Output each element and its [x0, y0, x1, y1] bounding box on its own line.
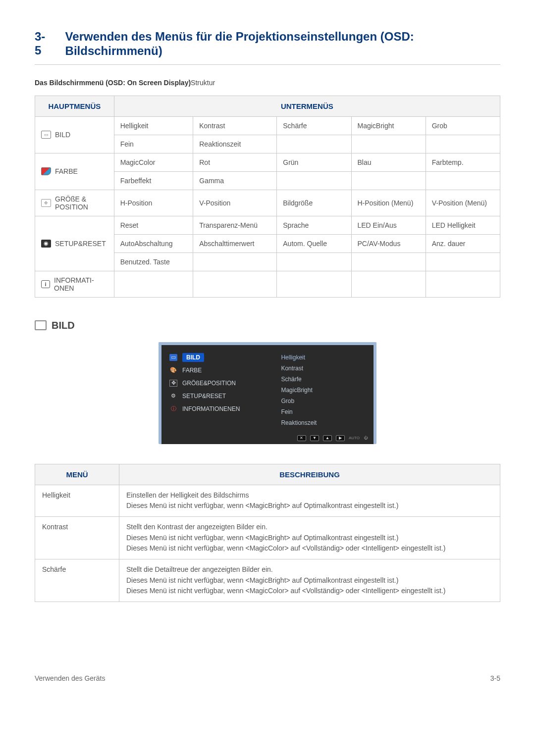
- cell: [426, 271, 500, 297]
- main-label: GRÖßE & POSITION: [55, 195, 108, 211]
- info-icon: i: [41, 280, 50, 288]
- cell: [426, 171, 500, 190]
- cell: [277, 252, 351, 271]
- menu-schaerfe: Schärfe: [35, 559, 119, 602]
- cell: Grob: [426, 116, 500, 135]
- osd-gear-icon: ⚙: [169, 393, 177, 400]
- footer-right: 3-5: [490, 674, 500, 682]
- desc-kontrast: Stellt den Kontrast der angezeigten Bild…: [119, 516, 500, 559]
- cell: MagicColor: [114, 153, 193, 171]
- bild-heading-text: BILD: [52, 320, 75, 331]
- cell: [351, 171, 426, 190]
- cell: [351, 135, 426, 153]
- cell: Sprache: [277, 216, 351, 234]
- cell: Reaktionszeit: [193, 135, 277, 153]
- th-main: HAUPTMENÜS: [35, 96, 114, 116]
- cell: PC/AV-Modus: [351, 234, 426, 252]
- desc-line: Dieses Menü ist nicht verfügbar, wenn <M…: [126, 575, 493, 586]
- osd-item-size: GRÖßE&POSITION: [182, 380, 236, 387]
- menu-kontrast: Kontrast: [35, 516, 119, 559]
- main-label: FARBE: [55, 167, 108, 175]
- cell: Anz. dauer: [426, 234, 500, 252]
- osd-right-pane: Helligkeit Kontrast Schärfe MagicBright …: [278, 345, 374, 444]
- cell: [426, 252, 500, 271]
- main-label: SETUP&RESET: [55, 240, 108, 248]
- cell: Transparenz-Menü: [193, 216, 277, 234]
- desc-line: Dieses Menü ist nicht verfügbar, wenn <M…: [126, 543, 493, 554]
- osd-farbe-icon: 🎨: [169, 367, 177, 374]
- cell: Schärfe: [277, 116, 351, 135]
- cell: LED Ein/Aus: [351, 216, 426, 234]
- cell: AutoAbschaltung: [114, 234, 193, 252]
- cell: [277, 135, 351, 153]
- main-label: INFORMATI-ONEN: [54, 276, 108, 292]
- footer-left: Verwenden des Geräts: [35, 674, 105, 682]
- structure-caption-rest: Struktur: [191, 79, 215, 87]
- page-footer: Verwenden des Geräts 3-5: [35, 671, 500, 682]
- osd-item-bild: BILD: [182, 353, 204, 362]
- section-title: Verwenden des Menüs für die Projektionse…: [65, 30, 500, 58]
- osd-sub-schaerfe: Schärfe: [281, 374, 374, 385]
- th-menu: MENÜ: [35, 464, 119, 485]
- desc-line: Dieses Menü ist nicht verfügbar, wenn <M…: [126, 533, 493, 544]
- main-setup: ◉SETUP&RESET: [35, 216, 114, 271]
- osd-key-x-icon: ✕: [297, 435, 306, 441]
- osd-item-info: INFORMATIONENEN: [182, 405, 240, 412]
- cell: Kontrast: [193, 116, 277, 135]
- gear-icon: ◉: [41, 240, 51, 248]
- main-farbe: FARBE: [35, 153, 114, 190]
- section-header: 3-5 Verwenden des Menüs für die Projekti…: [35, 30, 500, 65]
- main-label: BILD: [55, 131, 108, 139]
- osd-screenshot: ▭BILD 🎨FARBE ✥GRÖßE&POSITION ⚙SETUP&RESE…: [159, 342, 376, 444]
- main-bild: ▭BILD: [35, 116, 114, 153]
- structure-caption-bold: Das Bildschirmmenü (OSD: On Screen Displ…: [35, 79, 191, 87]
- cell: MagicBright: [351, 116, 426, 135]
- main-info: iINFORMATI-ONEN: [35, 271, 114, 297]
- osd-item-setup: SETUP&RESET: [182, 393, 226, 400]
- cell: [277, 171, 351, 190]
- osd-item-farbe: FARBE: [182, 367, 202, 374]
- main-size: ✥GRÖßE & POSITION: [35, 190, 114, 216]
- cell: [277, 271, 351, 297]
- cell: Helligkeit: [114, 116, 193, 135]
- cell: [114, 271, 193, 297]
- cell: Benutzed. Taste: [114, 252, 193, 271]
- cell: Farbtemp.: [426, 153, 500, 171]
- osd-sub-reaktion: Reaktionszeit: [281, 417, 374, 428]
- bild-heading: BILD: [35, 320, 500, 331]
- th-sub: UNTERMENÜS: [114, 96, 500, 116]
- cell: [193, 271, 277, 297]
- cell: Autom. Quelle: [277, 234, 351, 252]
- cell: LED Helligkeit: [426, 216, 500, 234]
- menu-helligkeit: Helligkeit: [35, 485, 119, 516]
- osd-sub-magicbright: MagicBright: [281, 385, 374, 396]
- cell: V-Position: [193, 190, 277, 216]
- cell: Blau: [351, 153, 426, 171]
- cell: Bildgröße: [277, 190, 351, 216]
- cell: Reset: [114, 216, 193, 234]
- cell: Fein: [114, 135, 193, 153]
- osd-sub-grob: Grob: [281, 396, 374, 406]
- osd-bottom-bar: ✕ ▼ ▲ ▶ AUTO ⏻: [297, 435, 368, 441]
- structure-caption: Das Bildschirmmenü (OSD: On Screen Displ…: [35, 79, 500, 87]
- desc-line: Stellt die Detailtreue der angezeigten B…: [126, 564, 493, 575]
- desc-helligkeit: Einstellen der Helligkeit des Bildschirm…: [119, 485, 500, 516]
- osd-key-enter-icon: ▶: [336, 435, 345, 441]
- description-table: MENÜ BESCHREIBUNG Helligkeit Einstellen …: [35, 464, 500, 603]
- osd-auto-label: AUTO: [349, 436, 360, 440]
- cell: [193, 252, 277, 271]
- desc-line: Stellt den Kontrast der angezeigten Bild…: [126, 522, 493, 533]
- cell: Rot: [193, 153, 277, 171]
- osd-size-icon: ✥: [169, 380, 177, 387]
- desc-line: Einstellen der Helligkeit des Bildschirm…: [126, 490, 493, 501]
- section-number: 3-5: [35, 30, 52, 57]
- desc-schaerfe: Stellt die Detailtreue der angezeigten B…: [119, 559, 500, 602]
- osd-power-icon: ⏻: [364, 436, 368, 440]
- structure-table: HAUPTMENÜS UNTERMENÜS ▭BILD Helligkeit K…: [35, 96, 500, 298]
- osd-left-pane: ▭BILD 🎨FARBE ✥GRÖßE&POSITION ⚙SETUP&RESE…: [161, 345, 278, 444]
- osd-key-up-icon: ▲: [323, 435, 332, 441]
- cell: Gamma: [193, 171, 277, 190]
- cell: H-Position (Menü): [351, 190, 426, 216]
- osd-key-down-icon: ▼: [310, 435, 319, 441]
- th-desc: BESCHREIBUNG: [119, 464, 500, 485]
